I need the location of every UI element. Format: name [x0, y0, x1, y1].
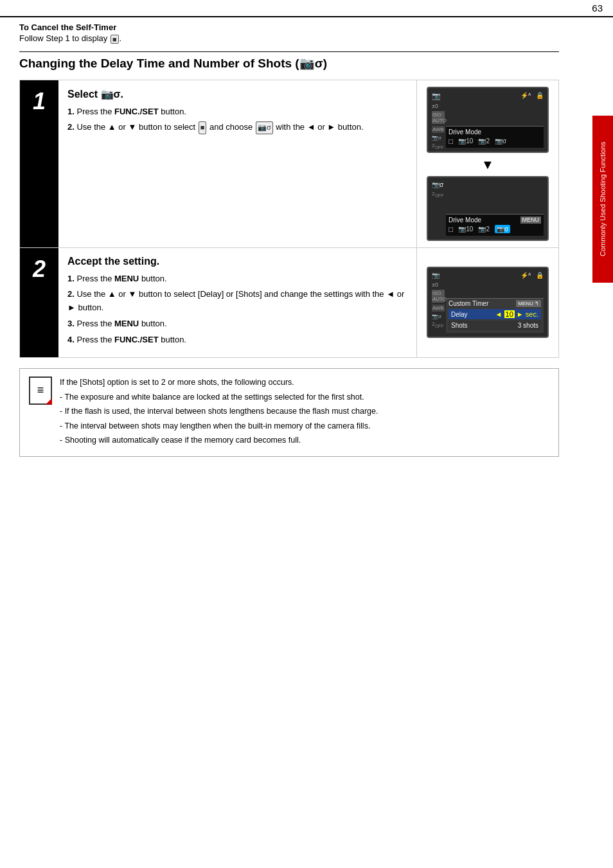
- screen2-top-icons: 📷σ: [432, 181, 544, 188]
- note-item-4: Shooting will automatically cease if the…: [60, 434, 378, 447]
- note-box: ≡ If the [Shots] option is set to 2 or m…: [19, 368, 559, 457]
- drive-icon-cc2: 📷2: [478, 137, 490, 145]
- camera-screen-1: 📷 ⚡ᴬ 🔒 ±0 ISOAUTO AWB 📷σ ZOFF: [427, 87, 549, 153]
- ct-title-bar: Custom Timer MENU ↰: [449, 300, 541, 307]
- step-2-content: Accept the setting. 1. Press the MENU bu…: [58, 248, 417, 357]
- drive-icon-cc10: 📷10: [458, 137, 473, 145]
- note-intro: If the [Shots] option is set to 2 or mor…: [60, 376, 378, 389]
- cancel-text: Follow Step 1 to display ■.: [19, 33, 559, 44]
- ct-bar: Custom Timer MENU ↰ Delay ◄ 10 ► sec. Sh…: [446, 298, 544, 333]
- main-heading: Changing the Delay Time and Number of Sh…: [19, 51, 559, 71]
- ct-menu-badge: MENU ↰: [516, 300, 541, 307]
- ct-right-icons: ⚡ᴬ 🔒: [520, 272, 544, 279]
- step-1-row: 1 Select 📷σ. 1. Press the FUNC./SET butt…: [20, 80, 558, 248]
- ct-shots-row: Shots 3 shots: [449, 321, 541, 330]
- ct-top-icons: 📷 ⚡ᴬ 🔒: [432, 272, 544, 279]
- ct-shots-value: 3 shots: [518, 322, 538, 329]
- screen1-main-area: Drive Mode □ 📷10 📷2 📷σ: [446, 103, 544, 148]
- screen2-icon-square: □: [449, 225, 453, 234]
- step-2-item-4: 4. Press the FUNC./SET button.: [67, 333, 407, 347]
- screen2-cc-label: 📷σ: [432, 181, 443, 188]
- ct-side-icons: ±0 ISOAUTO AWB 📷σ ZOFF: [432, 281, 445, 328]
- drive-icon-cc-all: 📷σ: [495, 137, 506, 145]
- drive-icon-square: □: [449, 137, 453, 146]
- ct-main-area: Custom Timer MENU ↰ Delay ◄ 10 ► sec. Sh…: [446, 281, 544, 333]
- page-number: 63: [592, 3, 603, 13]
- step-1-image: 📷 ⚡ᴬ 🔒 ±0 ISOAUTO AWB 📷σ ZOFF: [417, 80, 558, 247]
- square-inline-icon: ■: [199, 121, 207, 134]
- step-1-number: 1: [20, 80, 58, 247]
- step-2-item-1: 1. Press the MENU button.: [67, 272, 407, 286]
- screen2-main-area: Drive Mode MENU □ 📷10 📷2 📷σ: [446, 191, 544, 236]
- screen1-right-icons: ⚡ᴬ 🔒: [520, 92, 544, 100]
- ct-shots-label: Shots: [451, 322, 468, 329]
- main-content: To Cancel the Self-Timer Follow Step 1 t…: [0, 22, 572, 457]
- cancel-section: To Cancel the Self-Timer Follow Step 1 t…: [19, 22, 559, 44]
- screen1-drive-icons: □ 📷10 📷2 📷σ: [449, 137, 541, 146]
- step-2-instructions: 1. Press the MENU button. 2. Use the ▲ o…: [67, 272, 407, 347]
- arrow-down-1: ▼: [481, 158, 494, 171]
- note-item-3: The interval between shots may lengthen …: [60, 420, 378, 432]
- square-icon: ■: [111, 35, 119, 44]
- screen2-icon-cc10: 📷10: [458, 226, 473, 233]
- custom-timer-screen: 📷 ⚡ᴬ 🔒 ±0 ISOAUTO AWB 📷σ ZOFF: [427, 267, 549, 338]
- side-tab: Commonly Used Shooting Functions: [592, 116, 613, 283]
- step-2-number: 2: [20, 248, 58, 357]
- ct-title: Custom Timer: [449, 300, 488, 307]
- ct-delay-label: Delay: [451, 311, 468, 318]
- screen2-side-icons: ZOFF: [432, 191, 445, 198]
- step-1-title: Select 📷σ.: [67, 88, 407, 100]
- step-2-item-2: 2. Use the ▲ or ▼ button to select [Dela…: [67, 288, 407, 315]
- note-lines-icon: ≡: [37, 384, 44, 397]
- step-2-item-3: 3. Press the MENU button.: [67, 317, 407, 331]
- cancel-title: To Cancel the Self-Timer: [19, 22, 559, 32]
- screen1-side-icons: ±0 ISOAUTO AWB 📷σ ZOFF: [432, 103, 445, 150]
- func-set-label: FUNC./SET: [114, 107, 159, 116]
- note-item-2: If the flash is used, the interval betwe…: [60, 405, 378, 418]
- note-content: If the [Shots] option is set to 2 or mor…: [60, 376, 378, 449]
- steps-container: 1 Select 📷σ. 1. Press the FUNC./SET butt…: [19, 80, 559, 358]
- page-number-bar: 63: [0, 0, 613, 17]
- screen2-drive-mode-bar: Drive Mode MENU □ 📷10 📷2 📷σ: [446, 214, 544, 236]
- camera-body-icon: 📷: [432, 92, 441, 100]
- screen1-drive-mode-bar: Drive Mode □ 📷10 📷2 📷σ: [446, 126, 544, 148]
- step-2-row: 2 Accept the setting. 1. Press the MENU …: [20, 248, 558, 357]
- camera-screen-2: 📷σ ZOFF Drive Mode MENU: [427, 176, 549, 241]
- step-2-image: 📷 ⚡ᴬ 🔒 ±0 ISOAUTO AWB 📷σ ZOFF: [417, 248, 558, 357]
- step-1-content: Select 📷σ. 1. Press the FUNC./SET button…: [58, 80, 417, 247]
- note-icon: ≡: [29, 376, 52, 405]
- step-1-item-2: 2. Use the ▲ or ▼ button to select ■ and…: [67, 121, 407, 134]
- step-2-title: Accept the setting.: [67, 256, 407, 267]
- ct-delay-value: ◄ 10 ► sec.: [495, 310, 538, 318]
- screen2-icon-cc-selected: 📷σ: [495, 225, 510, 233]
- screen2-icon-cc2: 📷2: [478, 226, 490, 233]
- screen2-drive-icons: □ 📷10 📷2 📷σ: [449, 225, 541, 234]
- screen1-top-icons: 📷 ⚡ᴬ 🔒: [432, 92, 544, 100]
- step-1-item-1: 1. Press the FUNC./SET button.: [67, 105, 407, 119]
- note-item-1: The exposure and white balance are locke…: [60, 391, 378, 403]
- note-list: The exposure and white balance are locke…: [60, 391, 378, 447]
- ct-camera-icon: 📷: [432, 272, 440, 279]
- ct-delay-row: Delay ◄ 10 ► sec.: [449, 309, 541, 319]
- cc-icon: 📷σ: [256, 121, 273, 134]
- step-1-instructions: 1. Press the FUNC./SET button. 2. Use th…: [67, 105, 407, 135]
